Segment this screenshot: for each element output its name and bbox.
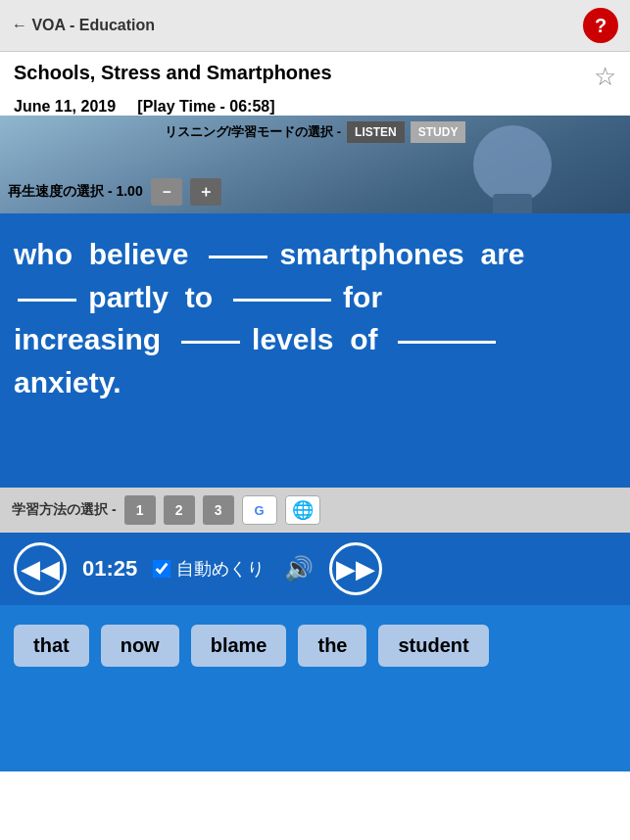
listen-button[interactable]: LISTEN [347, 121, 405, 143]
bottom-toolbar: 学習方法の選択 - 1 2 3 G 🌐 [0, 488, 630, 533]
blank-1 [209, 255, 267, 258]
bookmark-icon[interactable]: ☆ [594, 62, 616, 92]
speed-label: 再生速度の選択 - 1.00 [8, 183, 143, 201]
word-who: who [14, 238, 73, 270]
mode-label: リスニング/学習モードの選択 - [165, 123, 342, 141]
player-section: ◀◀ 01:25 自動めくり 🔊 ▶▶ [0, 533, 630, 605]
blank-2 [18, 298, 76, 302]
word-partly: partly [88, 281, 169, 313]
toolbar-label: 学習方法の選択 - [12, 501, 117, 519]
play-time: [Play Time - 06:58] [137, 98, 274, 115]
blank-5 [398, 340, 496, 344]
sentence-display: who believe smartphones are partly to fo… [14, 233, 616, 403]
method-btn-3[interactable]: 3 [203, 495, 234, 525]
world-button[interactable]: 🌐 [285, 495, 320, 525]
word-smartphones: smartphones [279, 238, 463, 270]
word-row: thatnowblamethestudent [14, 625, 616, 667]
word-are: are [480, 238, 524, 270]
method-btn-2[interactable]: 2 [164, 495, 195, 525]
word-to: to [185, 281, 213, 313]
article-date: June 11, 2019 [14, 98, 116, 115]
auto-toggle-label: 自動めくり [176, 557, 265, 581]
auto-toggle-area: 自動めくり [153, 557, 265, 581]
auto-toggle-checkbox[interactable] [153, 560, 170, 578]
rewind-button[interactable]: ◀◀ [14, 542, 67, 595]
word-choice-0[interactable]: that [14, 625, 89, 667]
help-button[interactable]: ? [583, 8, 618, 43]
article-title: Schools, Stress and Smartphones [14, 62, 586, 84]
image-section: リスニング/学習モードの選択 - LISTEN STUDY 再生速度の選択 - … [0, 116, 630, 213]
title-row: Schools, Stress and Smartphones ☆ [14, 62, 616, 92]
back-button[interactable]: ← VOA - Education [12, 17, 155, 34]
word-choice-2[interactable]: blame [191, 625, 287, 667]
study-button[interactable]: STUDY [411, 121, 466, 143]
blank-3 [233, 298, 331, 302]
word-area: thatnowblamethestudent [0, 605, 630, 771]
google-translate-button[interactable]: G [242, 495, 277, 525]
speed-minus-button[interactable]: － [151, 178, 182, 206]
word-anxiety: anxiety. [14, 366, 121, 398]
speed-row: 再生速度の選択 - 1.00 － ＋ [8, 178, 221, 206]
nav-bar: ← VOA - Education ? [0, 0, 630, 52]
volume-icon[interactable]: 🔊 [284, 555, 314, 583]
word-for: for [343, 281, 382, 313]
blank-4 [181, 340, 240, 344]
player-time: 01:25 [82, 556, 137, 582]
word-of: of [350, 323, 377, 355]
main-content: who believe smartphones are partly to fo… [0, 213, 630, 488]
word-choice-3[interactable]: the [298, 625, 366, 667]
forward-button[interactable]: ▶▶ [329, 542, 382, 595]
word-levels: levels [252, 323, 333, 355]
word-choice-4[interactable]: student [378, 625, 488, 667]
word-believe: believe [89, 238, 189, 270]
header-section: Schools, Stress and Smartphones ☆ June 1… [0, 52, 630, 116]
speed-plus-button[interactable]: ＋ [190, 178, 221, 206]
word-choice-1[interactable]: now [101, 625, 179, 667]
word-increasing: increasing [14, 323, 161, 355]
article-meta: June 11, 2019 [Play Time - 06:58] [14, 98, 616, 116]
method-btn-1[interactable]: 1 [124, 495, 156, 525]
